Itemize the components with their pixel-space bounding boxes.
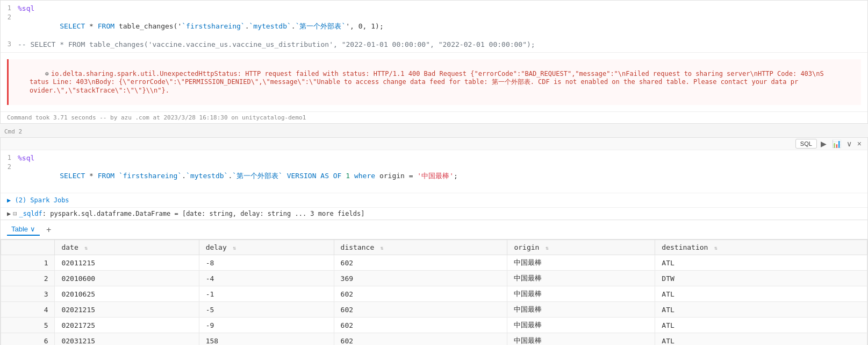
dataframe-expand-icon[interactable]: ▶: [7, 210, 11, 217]
data-table-wrapper: date ⇅ delay ⇅ distance ⇅ origin ⇅ desti…: [1, 240, 867, 345]
table-row: 1 02011215 -8 602 中国最棒 ATL: [1, 255, 867, 271]
table-row: 3 02010625 -1 602 中国最棒 ATL: [1, 286, 867, 302]
sort-icon-date: ⇅: [85, 245, 88, 251]
data-table: date ⇅ delay ⇅ distance ⇅ origin ⇅ desti…: [1, 240, 867, 345]
cell-date: 02031215: [55, 333, 199, 346]
dataframe-text: _sqldf: pyspark.sql.dataframe.DataFrame …: [19, 210, 364, 217]
cell-origin: 中国最棒: [507, 333, 655, 346]
cell-row-num: 2: [1, 271, 55, 286]
cell-delay: -1: [199, 286, 334, 302]
cell-destination: DTW: [655, 271, 867, 286]
sort-icon-distance: ⇅: [381, 245, 384, 251]
table-tab[interactable]: Table ∨: [7, 223, 40, 236]
add-tab-button[interactable]: +: [44, 225, 53, 235]
sort-icon-destination: ⇅: [714, 245, 718, 251]
table-row: 6 02031215 158 602 中国最棒 ATL: [1, 333, 867, 346]
table-tabs: Table ∨ +: [1, 220, 867, 240]
cmd2-toolbar: SQL ▶ 📊 ∨ ×: [795, 139, 863, 149]
code-content-3: -- SELECT * FROM table_changes('vaccine.…: [18, 40, 867, 48]
spark-jobs-text: ▶ (2) Spark Jobs: [7, 196, 69, 204]
cell-delay: -8: [199, 255, 334, 271]
chart-button[interactable]: 📊: [830, 139, 843, 148]
cell-row-num: 6: [1, 333, 55, 346]
code-line-2: 2 SELECT * FROM table_changes('`firstsha…: [1, 13, 867, 40]
cmd1-cell: 1 %sql 2 SELECT * FROM table_changes('`f…: [0, 0, 868, 124]
cmd1-info: Command took 3.71 seconds -- by azu .com…: [1, 111, 867, 123]
error-block: ⊕io.delta.sharing.spark.util.UnexpectedH…: [7, 59, 861, 105]
cmd2-header: SQL ▶ 📊 ∨ ×: [1, 138, 867, 150]
cell-date: 02010625: [55, 286, 199, 302]
header-destination[interactable]: destination ⇅: [655, 240, 867, 255]
error-text: io.delta.sharing.spark.util.UnexpectedHt…: [14, 70, 824, 94]
code-line-3: 3 -- SELECT * FROM table_changes('vaccin…: [1, 40, 867, 49]
chevron-down-icon[interactable]: ∨: [845, 139, 853, 148]
cmd1-output-area: ⊕io.delta.sharing.spark.util.UnexpectedH…: [1, 52, 867, 111]
code-content-1: %sql: [18, 4, 867, 12]
cell-origin: 中国最棒: [507, 271, 655, 286]
expand-icon[interactable]: ⊕: [45, 70, 49, 78]
table-row: 5 02021725 -9 602 中国最棒 ATL: [1, 318, 867, 333]
cmd2-line-num-1: 1: [1, 154, 18, 161]
cell-date: 02021215: [55, 302, 199, 318]
cell-origin: 中国最棒: [507, 286, 655, 302]
header-date[interactable]: date ⇅: [55, 240, 199, 255]
line-num-2: 2: [1, 13, 18, 21]
header-origin[interactable]: origin ⇅: [507, 240, 655, 255]
table-row: 4 02021215 -5 602 中国最棒 ATL: [1, 302, 867, 318]
cell-distance: 602: [334, 333, 507, 346]
cell-date: 02010600: [55, 271, 199, 286]
table-header-row: date ⇅ delay ⇅ distance ⇅ origin ⇅ desti…: [1, 240, 867, 255]
cell-row-num: 1: [1, 255, 55, 271]
cmd2-label-bar: Cmd 2: [0, 126, 868, 137]
cmd2-cell: SQL ▶ 📊 ∨ × 1 %sql 2 SELECT * FROM `firs…: [0, 137, 868, 345]
cell-row-num: 3: [1, 286, 55, 302]
header-distance[interactable]: distance ⇅: [334, 240, 507, 255]
cell-destination: ATL: [655, 333, 867, 346]
code-line-1: 1 %sql: [1, 4, 867, 13]
close-button[interactable]: ×: [856, 139, 863, 148]
cmd2-line-num-2: 2: [1, 163, 18, 171]
sql-button[interactable]: SQL: [795, 139, 817, 149]
table-section: Table ∨ + date ⇅ delay ⇅ distance ⇅ orig…: [1, 220, 867, 345]
cell-distance: 602: [334, 302, 507, 318]
dataframe-name: _sqldf: [19, 210, 42, 217]
notebook-container: 1 %sql 2 SELECT * FROM table_changes('`f…: [0, 0, 868, 345]
cell-delay: -9: [199, 318, 334, 333]
cell-distance: 602: [334, 318, 507, 333]
spark-jobs[interactable]: ▶ (2) Spark Jobs: [1, 193, 867, 207]
cell-destination: ATL: [655, 302, 867, 318]
sort-icon-origin: ⇅: [546, 245, 549, 251]
sort-icon-delay: ⇅: [233, 245, 236, 251]
cell-delay: 158: [199, 333, 334, 346]
header-row-num: [1, 240, 55, 255]
line-num-1: 1: [1, 4, 18, 12]
cell-distance: 602: [334, 255, 507, 271]
table-tab-chevron: ∨: [30, 225, 35, 233]
cmd2-label: Cmd 2: [4, 128, 22, 135]
cell-origin: 中国最棒: [507, 255, 655, 271]
cell-destination: ATL: [655, 286, 867, 302]
cmd2-code-2: SELECT * FROM `firstshareing`.`mytestdb`…: [18, 163, 867, 189]
cell-destination: ATL: [655, 318, 867, 333]
cell-row-num: 5: [1, 318, 55, 333]
table-row: 2 02010600 -4 369 中国最棒 DTW: [1, 271, 867, 286]
cmd1-code-area: 1 %sql 2 SELECT * FROM table_changes('`f…: [1, 1, 867, 52]
cmd2-code-1: %sql: [18, 154, 867, 162]
table-tab-label: Table: [11, 225, 28, 233]
cell-destination: ATL: [655, 255, 867, 271]
dataframe-table-icon: ⊟: [13, 210, 17, 217]
header-delay[interactable]: delay ⇅: [199, 240, 334, 255]
cmd2-line-1: 1 %sql: [1, 153, 867, 163]
cell-distance: 602: [334, 286, 507, 302]
cmd2-line-2: 2 SELECT * FROM `firstshareing`.`mytestd…: [1, 163, 867, 189]
table-body: 1 02011215 -8 602 中国最棒 ATL 2 02010600 -4…: [1, 255, 867, 346]
cell-delay: -5: [199, 302, 334, 318]
cell-origin: 中国最棒: [507, 302, 655, 318]
cell-distance: 369: [334, 271, 507, 286]
cell-row-num: 4: [1, 302, 55, 318]
cell-origin: 中国最棒: [507, 318, 655, 333]
cell-delay: -4: [199, 271, 334, 286]
cell-date: 02021725: [55, 318, 199, 333]
run-button[interactable]: ▶: [819, 139, 828, 148]
cmd2-code-area: 1 %sql 2 SELECT * FROM `firstshareing`.`…: [1, 150, 867, 193]
